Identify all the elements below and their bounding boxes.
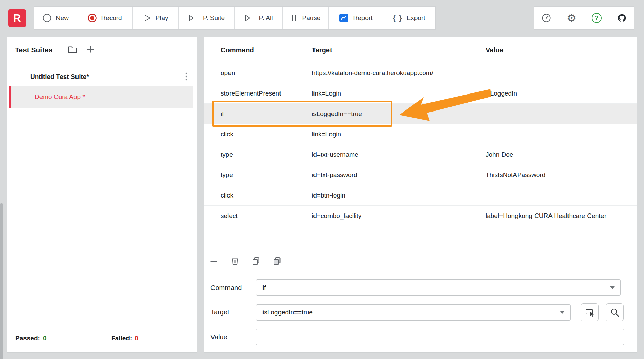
cell-value: label=Hongkong CURA Healthcare Center [486, 212, 637, 220]
table-row[interactable]: select id=combo_facility label=Hongkong … [204, 206, 637, 226]
table-row[interactable]: type id=txt-username John Doe [204, 144, 637, 165]
pause-button-label: Pause [302, 14, 321, 22]
passed-count: 0 [43, 335, 47, 342]
play-all-button-label: P. All [259, 14, 273, 22]
cell-target: id=txt-password [312, 171, 486, 179]
report-button[interactable]: Report [329, 7, 383, 29]
find-element-button[interactable] [606, 303, 624, 321]
record-button-label: Record [101, 14, 122, 22]
github-button[interactable] [609, 7, 634, 29]
pause-icon [291, 14, 298, 22]
table-header: Command Target Value [204, 37, 637, 63]
trash-icon [231, 257, 239, 266]
table-row[interactable]: type id=txt-password ThisIsNotAPassword [204, 165, 637, 185]
play-suite-button[interactable]: P. Suite [179, 7, 235, 29]
paste-row-button[interactable] [273, 257, 282, 266]
braces-icon: { } [393, 14, 402, 22]
cell-value: ThisIsNotAPassword [486, 171, 637, 179]
speedometer-icon [541, 13, 552, 23]
test-suites-panel: Test Suites Untitled Test Suite* Demo Cu… [7, 37, 197, 353]
secondary-toolbar: ⚙ ? [534, 6, 634, 30]
play-suite-icon [188, 14, 199, 22]
cell-command: if [204, 110, 312, 118]
plus-icon [209, 257, 218, 266]
main-toolbar: New Record Play P. Suite P. All Pause Re… [34, 6, 436, 30]
help-button[interactable]: ? [584, 7, 610, 29]
target-select-value: isLoggedIn==true [262, 309, 313, 316]
speed-button[interactable] [534, 7, 559, 29]
report-icon [339, 13, 349, 23]
failed-count: 0 [135, 335, 138, 342]
open-suite-button[interactable] [68, 46, 77, 54]
plus-circle-icon [42, 13, 52, 23]
cell-command: type [204, 171, 312, 179]
table-row[interactable]: storeElementPresent link=Login isLoggedI… [204, 83, 637, 104]
play-button[interactable]: Play [133, 7, 179, 29]
settings-button[interactable]: ⚙ [559, 7, 584, 29]
play-all-button[interactable]: P. All [235, 7, 283, 29]
row-toolbar [204, 252, 637, 271]
copy-row-button[interactable] [252, 257, 260, 266]
value-field-label: Value [204, 333, 256, 341]
test-suites-header: Test Suites [7, 37, 197, 63]
gear-icon: ⚙ [567, 13, 577, 23]
table-row-selected[interactable]: if isLoggedIn==true [204, 104, 637, 124]
cell-command: select [204, 212, 312, 220]
table-row[interactable]: click link=Login [204, 124, 637, 144]
cell-target: id=combo_facility [312, 212, 486, 220]
table-row[interactable]: open https://katalon-demo-cura.herokuapp… [204, 63, 637, 83]
play-button-label: Play [156, 14, 168, 22]
delete-row-button[interactable] [231, 257, 239, 266]
test-suite-name: Untitled Test Suite* [30, 73, 89, 81]
cell-command: storeElementPresent [204, 90, 312, 97]
add-suite-button[interactable] [86, 45, 95, 55]
play-icon [143, 14, 152, 22]
export-button[interactable]: { } Export [383, 7, 435, 29]
value-input[interactable] [256, 329, 624, 345]
col-header-command[interactable]: Command [204, 46, 312, 54]
cell-target: id=btn-login [312, 192, 486, 199]
add-row-button[interactable] [209, 257, 218, 266]
pause-button[interactable]: Pause [283, 7, 329, 29]
cell-command: open [204, 69, 312, 77]
target-select[interactable]: isLoggedIn==true [256, 304, 571, 321]
chevron-down-icon [610, 286, 615, 289]
command-select[interactable]: if [256, 279, 621, 296]
suite-menu-button[interactable] [183, 71, 190, 83]
play-suite-button-label: P. Suite [203, 14, 225, 22]
plus-icon [86, 45, 95, 54]
cell-command: type [204, 151, 312, 158]
col-header-target[interactable]: Target [312, 46, 486, 54]
app-logo-letter: R [13, 12, 21, 24]
app-logo[interactable]: R [8, 9, 26, 27]
cell-value: John Doe [486, 151, 637, 158]
table-row[interactable]: click id=btn-login [204, 185, 637, 206]
test-case-name: Demo Cura App * [35, 93, 85, 101]
cell-target: id=txt-username [312, 151, 486, 158]
paste-icon [273, 257, 282, 266]
new-button[interactable]: New [34, 7, 77, 29]
page-scrollbar[interactable] [0, 203, 3, 359]
command-editor-row: Command if [204, 279, 637, 296]
failed-label: Failed: [111, 335, 132, 342]
cell-command: click [204, 192, 312, 199]
play-all-icon [244, 14, 255, 22]
copy-icon [252, 257, 260, 266]
results-footer: Passed:0 Failed:0 [7, 324, 197, 352]
test-case-item-selected[interactable]: Demo Cura App * [9, 86, 193, 108]
help-icon: ? [592, 13, 602, 23]
record-icon [87, 13, 97, 23]
search-icon [610, 307, 620, 318]
passed-label: Passed: [15, 335, 40, 342]
col-header-value[interactable]: Value [486, 46, 637, 54]
test-suite-item[interactable]: Untitled Test Suite* [7, 68, 197, 86]
record-button[interactable]: Record [77, 7, 133, 29]
github-icon [616, 13, 627, 23]
command-select-value: if [262, 284, 266, 291]
select-element-icon [585, 307, 595, 318]
commands-panel: Command Target Value open https://katalo… [204, 37, 637, 353]
select-element-button[interactable] [581, 303, 599, 321]
cell-target: link=Login [312, 90, 486, 97]
new-button-label: New [56, 14, 69, 22]
chevron-down-icon [560, 311, 565, 314]
